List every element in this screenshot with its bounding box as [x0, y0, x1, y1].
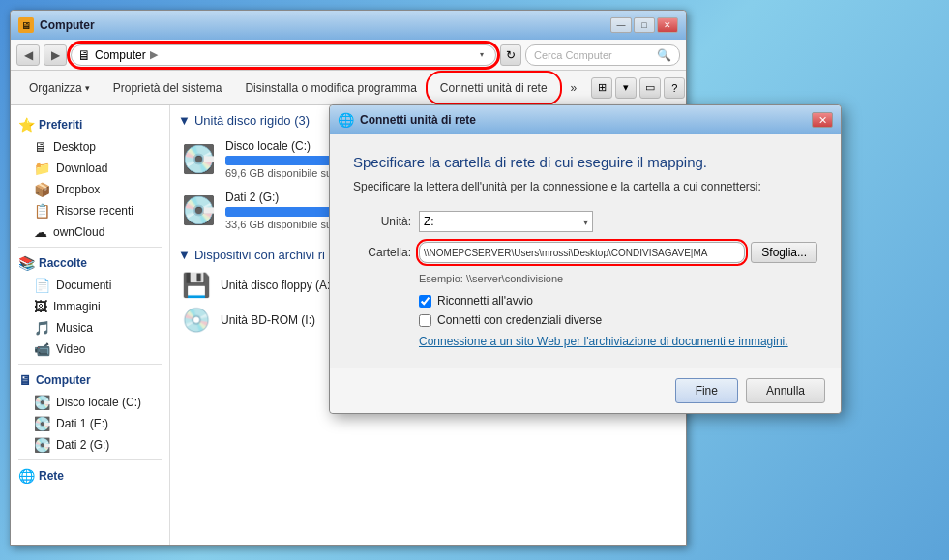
- dialog-title-bar: 🌐 Connetti unità di rete ✕: [330, 105, 841, 134]
- maximize-button[interactable]: □: [634, 17, 655, 33]
- sidebar-header-rete[interactable]: 🌐 Rete: [11, 464, 169, 487]
- proprieta-button[interactable]: Proprietà del sistema: [103, 74, 233, 102]
- refresh-button[interactable]: ↻: [500, 44, 521, 66]
- sidebar-item-dati-e[interactable]: 💽 Dati 1 (E:): [11, 413, 169, 434]
- fine-button[interactable]: Fine: [675, 378, 738, 403]
- musica-label: Musica: [56, 321, 93, 335]
- search-placeholder: Cerca Computer: [534, 49, 653, 61]
- sidebar-item-desktop[interactable]: 🖥 Desktop: [11, 136, 169, 158]
- sidebar-section-computer: 🖥 Computer 💽 Disco locale (C:) 💽 Dati 1 …: [11, 368, 169, 456]
- dialog-title-left: 🌐 Connetti unità di rete: [338, 112, 476, 128]
- search-icon: 🔍: [657, 48, 671, 62]
- divider-2: [18, 364, 162, 365]
- computer-sidebar-icon: 🖥: [18, 372, 32, 388]
- desktop-label: Desktop: [53, 140, 96, 154]
- sidebar-item-owncloud[interactable]: ☁ ownCloud: [11, 221, 169, 243]
- computer-label: Computer: [36, 373, 91, 387]
- dialog-field-cartella: Cartella: Sfoglia...: [353, 242, 817, 263]
- sidebar-item-video[interactable]: 📹 Video: [11, 339, 169, 360]
- address-path-box[interactable]: 🖥 Computer ▶ ▾: [71, 44, 496, 66]
- sidebar-section-raccolte: 📚 Raccolte 📄 Documenti 🖼 Immagini 🎵 Musi…: [11, 251, 169, 360]
- download-folder-icon: 📁: [34, 161, 50, 176]
- disinstalla-button[interactable]: Disinstalla o modifica programma: [234, 74, 427, 102]
- connetti-button[interactable]: Connetti unità di rete: [430, 74, 558, 102]
- sidebar-header-preferiti[interactable]: ⭐ Preferiti: [11, 113, 169, 136]
- sfoglia-button[interactable]: Sfoglia...: [751, 242, 817, 263]
- triangle-icon: ▼: [178, 113, 191, 128]
- disk-g-icon: 💽: [34, 437, 50, 453]
- dialog-link[interactable]: Connessione a un sito Web per l'archivia…: [419, 335, 817, 348]
- connect-dialog: 🌐 Connetti unità di rete ✕ Specificare l…: [329, 104, 842, 414]
- recent-icon: 📋: [34, 203, 50, 219]
- raccolte-icon: 📚: [18, 255, 35, 271]
- sidebar-item-dati-g[interactable]: 💽 Dati 2 (G:): [11, 434, 169, 456]
- dialog-heading: Specificare la cartella di rete di cui e…: [353, 154, 817, 170]
- address-arrow: ▶: [150, 48, 158, 61]
- address-dropdown-icon[interactable]: ▾: [474, 47, 489, 63]
- rete-label: Rete: [39, 469, 64, 483]
- address-computer-icon: 🖥: [77, 47, 91, 63]
- dialog-close-button[interactable]: ✕: [812, 112, 833, 128]
- close-button[interactable]: ✕: [657, 17, 678, 33]
- floppy-name: Unità disco floppy (A:): [221, 279, 334, 292]
- annulla-button[interactable]: Annulla: [746, 378, 825, 403]
- disk-g-large-icon: 💽: [182, 194, 216, 226]
- organizza-label: Organizza: [29, 81, 82, 95]
- view-dropdown-button[interactable]: ▾: [615, 77, 637, 99]
- sidebar-header-computer[interactable]: 🖥 Computer: [11, 368, 169, 392]
- sidebar: ⭐ Preferiti 🖥 Desktop 📁 Download 📦 Dropb…: [11, 105, 170, 545]
- video-label: Video: [56, 342, 85, 356]
- more-label: »: [571, 81, 578, 95]
- devices-triangle-icon: ▼: [178, 248, 191, 262]
- riconnetti-checkbox[interactable]: [419, 295, 431, 308]
- divider-3: [18, 459, 162, 460]
- sidebar-item-disco-c[interactable]: 💽 Disco locale (C:): [11, 392, 169, 413]
- sidebar-item-dropbox[interactable]: 📦 Dropbox: [11, 179, 169, 200]
- cartella-label: Cartella:: [353, 246, 411, 259]
- back-button[interactable]: ◀: [16, 44, 40, 66]
- organizza-dropdown-icon: ▾: [85, 83, 90, 93]
- preview-pane-button[interactable]: ▭: [639, 77, 661, 99]
- more-button[interactable]: »: [560, 74, 588, 102]
- dati-e-label: Dati 1 (E:): [56, 417, 108, 430]
- title-bar-left: 🖥 Computer: [18, 17, 95, 33]
- sidebar-item-risorse-recenti[interactable]: 📋 Risorse recenti: [11, 200, 169, 221]
- dialog-subtext: Specificare la lettera dell'unità per la…: [353, 180, 817, 193]
- help-button[interactable]: ?: [664, 77, 685, 99]
- cartella-input[interactable]: [419, 242, 745, 263]
- title-controls: — □ ✕: [610, 17, 678, 33]
- unita-label: Unità:: [353, 215, 411, 228]
- dialog-body: Specificare la cartella di rete di cui e…: [330, 134, 841, 368]
- dropbox-icon: 📦: [34, 182, 50, 197]
- unita-select[interactable]: Z: ▾: [419, 211, 593, 232]
- bdrom-name: Unità BD-ROM (I:): [221, 313, 315, 327]
- sidebar-header-raccolte[interactable]: 📚 Raccolte: [11, 251, 169, 275]
- sidebar-item-immagini[interactable]: 🖼 Immagini: [11, 296, 169, 317]
- disk-c-bar-fill: [225, 156, 341, 165]
- proprieta-label: Proprietà del sistema: [113, 81, 222, 95]
- unita-dropdown-icon: ▾: [583, 217, 588, 227]
- disk-c-icon: 💽: [34, 395, 50, 410]
- sidebar-item-download[interactable]: 📁 Download: [11, 158, 169, 179]
- forward-button[interactable]: ▶: [44, 44, 67, 66]
- musica-icon: 🎵: [34, 320, 50, 336]
- view-grid-button[interactable]: ⊞: [591, 77, 612, 99]
- star-icon: ⭐: [18, 117, 35, 133]
- owncloud-label: ownCloud: [53, 225, 104, 239]
- bdrom-large-icon: 💿: [182, 307, 211, 334]
- organizza-button[interactable]: Organizza ▾: [18, 74, 101, 102]
- dialog-footer: Fine Annulla: [330, 368, 841, 413]
- search-box[interactable]: Cerca Computer 🔍: [525, 44, 680, 66]
- sidebar-item-musica[interactable]: 🎵 Musica: [11, 317, 169, 339]
- devices-section-label: Dispositivi con archivi ri: [194, 248, 325, 262]
- address-path-text: Computer: [95, 48, 146, 62]
- credenziali-checkbox[interactable]: [419, 314, 431, 327]
- raccolte-label: Raccolte: [39, 256, 87, 270]
- floppy-large-icon: 💾: [182, 272, 211, 299]
- minimize-button[interactable]: —: [610, 17, 632, 33]
- view-icons: ⊞ ▾ ▭ ?: [591, 77, 685, 99]
- risorse-recenti-label: Risorse recenti: [56, 204, 133, 218]
- sidebar-item-documenti[interactable]: 📄 Documenti: [11, 275, 169, 296]
- disk-c-large-icon: 💽: [182, 143, 216, 175]
- explorer-title-bar: 🖥 Computer — □ ✕: [11, 11, 686, 40]
